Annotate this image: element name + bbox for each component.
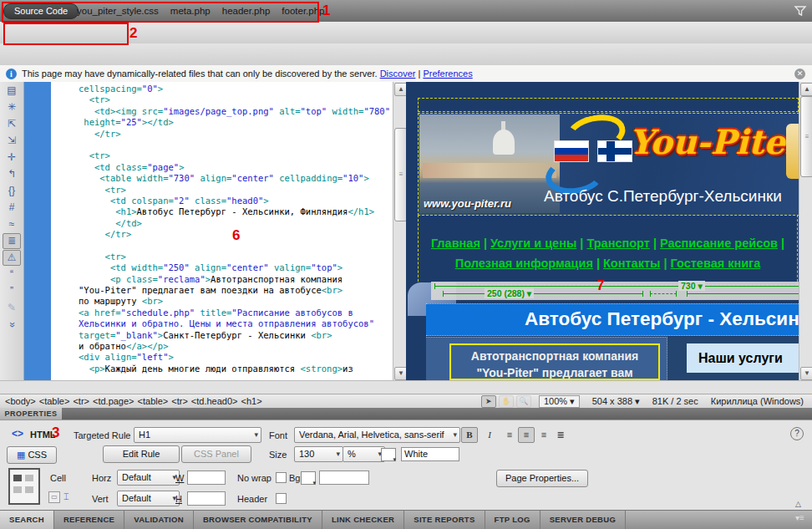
properties-tab[interactable]: PROPERTIES	[0, 408, 62, 420]
tag-selector-item[interactable]: <td.page>	[93, 396, 134, 406]
code-vertical-scrollbar[interactable]: ▲ ≡ ▼	[393, 82, 407, 380]
tag-selector-item[interactable]: <td.head0>	[191, 396, 238, 406]
nowrap-checkbox[interactable]	[276, 472, 287, 483]
line-numbers-icon[interactable]: #	[3, 200, 20, 216]
align-center-icon[interactable]: ≡	[518, 427, 535, 443]
balance-braces-icon[interactable]: {}	[3, 183, 20, 199]
page-properties-button[interactable]: Page Properties...	[496, 470, 588, 487]
select-parent-tag-icon[interactable]: ↰	[3, 166, 20, 182]
code-line[interactable]: cellspacing="0">	[79, 84, 393, 94]
width-input[interactable]	[187, 471, 226, 485]
column-width-value[interactable]: 250 (288) ▾	[485, 288, 534, 298]
hand-tool-icon[interactable]: ✋	[499, 395, 514, 408]
code-line[interactable]: 33 <tr>	[79, 252, 393, 262]
syntax-error-alerts-icon[interactable]: ⚠	[3, 250, 21, 266]
tag-selector-item[interactable]: <table>	[39, 396, 70, 406]
filter-related-files-icon[interactable]	[794, 4, 807, 18]
panel-collapse-icon[interactable]: △	[795, 500, 801, 508]
services-title[interactable]: Наши услуги	[687, 343, 799, 373]
tag-selector-item[interactable]: <body>	[5, 396, 36, 406]
css-mode-button[interactable]: ▦ CSS	[7, 446, 57, 464]
magnification-select[interactable]: 100% ▾	[539, 395, 580, 408]
page-heading-band[interactable]: Автобус Петербург - Хельсин	[426, 303, 799, 336]
nav-link[interactable]: Услуги и цены	[490, 237, 576, 250]
code-line[interactable]: target="_blank">Санкт-Петербург - Хельси…	[79, 330, 393, 341]
results-tab-ftp-log[interactable]: FTP LOG	[485, 511, 540, 529]
results-tab-browser-compatibility[interactable]: BROWSER COMPATIBILITY	[194, 511, 322, 529]
collapse-selection-icon[interactable]: ⇲	[3, 133, 20, 149]
discover-link[interactable]: Discover	[380, 69, 416, 79]
code-view[interactable]: cellspacing="0">20 <tr>21 <td><img src="…	[51, 82, 393, 380]
table-width-value[interactable]: 730 ▾	[678, 281, 705, 291]
bg-color-field[interactable]	[319, 471, 369, 485]
remove-comment-icon[interactable]: ”	[3, 283, 20, 299]
select-tool-icon[interactable]: ➤	[481, 395, 496, 408]
window-size-value[interactable]: 504 x 388 ▾	[592, 396, 640, 406]
nav-link[interactable]: Расписание рейсов	[660, 237, 778, 250]
panel-menu-icon[interactable]: ▾≡	[795, 513, 804, 522]
show-more-icon[interactable]: »	[4, 317, 20, 333]
text-color-swatch[interactable]	[381, 448, 396, 461]
align-left-icon[interactable]: ≡	[501, 427, 518, 443]
code-line[interactable]: 36по маршруту <br>	[79, 296, 393, 307]
align-right-icon[interactable]: ≡	[535, 427, 552, 443]
tag-selector-item[interactable]: <tr>	[73, 396, 89, 406]
nav-link[interactable]: Главная	[431, 237, 480, 250]
highlight-invalid-code-icon[interactable]: ≈	[3, 216, 20, 232]
tag-selector-item[interactable]: <h1>	[241, 396, 262, 406]
site-banner[interactable]: www.you-piter.ru You-Piter Автобус С.Пет…	[418, 113, 799, 216]
results-tab-search[interactable]: SEARCH	[0, 511, 54, 529]
code-line[interactable]: 38и обратно</a></p>	[79, 341, 393, 352]
tag-selector-item[interactable]: <tr>	[171, 396, 188, 406]
design-view[interactable]: www.you-piter.ru You-Piter Автобус С.Пет…	[406, 82, 799, 380]
scroll-down-icon[interactable]: ▼	[800, 367, 812, 380]
design-vertical-scrollbar[interactable]: ▲ ≡ ▼	[799, 82, 812, 380]
code-line[interactable]: 29 <h1>Автобус Петербург - Хельсинки, Фи…	[79, 206, 393, 217]
bg-color-swatch[interactable]	[301, 471, 316, 485]
nav-link[interactable]: Гостевая книга	[671, 257, 761, 270]
merge-cells-icon[interactable]: ▭	[48, 491, 60, 503]
nav-link[interactable]: Полезная информация	[455, 257, 593, 270]
size-unit-select[interactable]: %	[343, 446, 385, 462]
italic-button[interactable]: I	[481, 427, 498, 443]
code-line[interactable]: 35 <p class="reclama">Автотранспортная к…	[79, 274, 393, 285]
word-wrap-icon[interactable]: ≣	[3, 233, 21, 249]
code-line[interactable]: 40 <p>Каждый день многие люди отправляют…	[79, 364, 393, 374]
header-checkbox[interactable]	[276, 493, 287, 504]
code-line[interactable]: 25 <td class="page">	[79, 162, 393, 173]
code-line[interactable]: 34 <td width="250" align="center" valign…	[79, 262, 393, 273]
code-line[interactable]: 27 <tr>	[79, 185, 393, 196]
code-line[interactable]: 20 <tr>	[79, 94, 393, 105]
targeted-rule-select[interactable]: H1	[134, 427, 261, 443]
code-line[interactable]: Хельсинки и обратно. Цены и места отправ…	[79, 318, 393, 329]
code-line[interactable]: height="25"></td>	[79, 117, 393, 128]
results-tab-server-debug[interactable]: SERVER DEBUG	[540, 511, 626, 529]
results-tab-reference[interactable]: REFERENCE	[54, 511, 124, 529]
design-scroll-thumb[interactable]: ≡	[800, 96, 812, 177]
edit-rule-button[interactable]: Edit Rule	[103, 445, 180, 463]
text-color-field[interactable]: White	[401, 447, 459, 461]
promo-box[interactable]: Автотранспортная компания "You-Piter" пр…	[449, 343, 660, 380]
apply-comment-icon[interactable]: “	[3, 267, 20, 282]
nav-link[interactable]: Контакты	[603, 257, 660, 270]
tag-selector-item[interactable]: <table>	[138, 396, 169, 406]
bold-button[interactable]: B	[461, 427, 478, 443]
scroll-up-icon[interactable]: ▲	[800, 83, 812, 96]
results-tab-link-checker[interactable]: LINK CHECKER	[322, 511, 404, 529]
results-tab-validation[interactable]: VALIDATION	[124, 511, 194, 529]
format-source-code-icon[interactable]: ✎	[3, 300, 20, 316]
size-select[interactable]: 130	[294, 446, 343, 462]
collapse-full-tag-icon[interactable]: ⇱	[3, 116, 20, 132]
split-cell-icon[interactable]: ⌶	[63, 491, 69, 502]
vert-select[interactable]: Default	[117, 491, 180, 506]
code-navigator-icon[interactable]: ✳	[3, 99, 20, 115]
code-line[interactable]: 37<a href="schedule.php" title="Расписан…	[79, 308, 393, 318]
code-line[interactable]: 28 <td colspan="2" class="head0">	[79, 196, 393, 206]
html-mode-icon[interactable]: <>	[12, 428, 23, 440]
code-line[interactable]: 22 </tr>	[79, 129, 393, 140]
code-line[interactable]: 21 <td><img src="images/page_top.png" al…	[79, 106, 393, 117]
expand-all-icon[interactable]: ✛	[3, 150, 20, 165]
help-icon[interactable]: ?	[790, 427, 804, 440]
align-justify-icon[interactable]: ≣	[552, 427, 569, 443]
open-documents-icon[interactable]: ▤	[3, 83, 20, 99]
